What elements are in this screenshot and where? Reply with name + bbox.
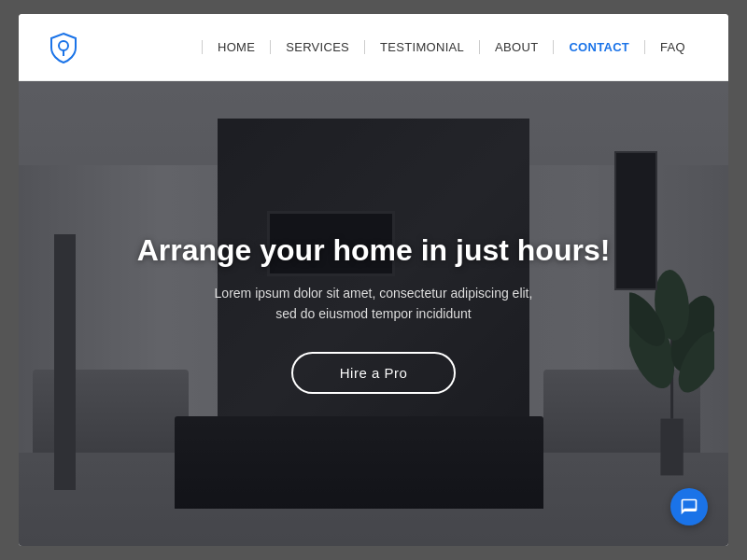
hero-subtitle: Lorem ipsum dolor sit amet, consectetur …: [215, 283, 533, 325]
nav-item-home[interactable]: HOME: [202, 40, 271, 54]
chat-bubble-button[interactable]: [670, 488, 708, 525]
nav-item-contact[interactable]: CONTACT: [554, 40, 645, 54]
nav-item-faq[interactable]: FAQ: [645, 40, 700, 54]
chat-icon: [680, 497, 698, 516]
logo-area: [47, 31, 80, 64]
main-nav: HOME SERVICES TESTIMONIAL ABOUT CONTACT …: [202, 40, 700, 54]
nav-item-services[interactable]: SERVICES: [271, 40, 365, 54]
nav-item-about[interactable]: ABOUT: [480, 40, 554, 54]
browser-frame: HOME SERVICES TESTIMONIAL ABOUT CONTACT …: [19, 14, 728, 546]
svg-point-0: [59, 41, 68, 50]
hero-title: Arrange your home in just hours!: [137, 233, 611, 268]
logo-icon: [47, 31, 80, 64]
hero-section: Arrange your home in just hours! Lorem i…: [19, 81, 728, 546]
hero-content: Arrange your home in just hours! Lorem i…: [19, 81, 728, 546]
nav-item-testimonial[interactable]: TESTIMONIAL: [365, 40, 480, 54]
hire-pro-button[interactable]: Hire a Pro: [291, 352, 457, 394]
header: HOME SERVICES TESTIMONIAL ABOUT CONTACT …: [19, 14, 728, 81]
